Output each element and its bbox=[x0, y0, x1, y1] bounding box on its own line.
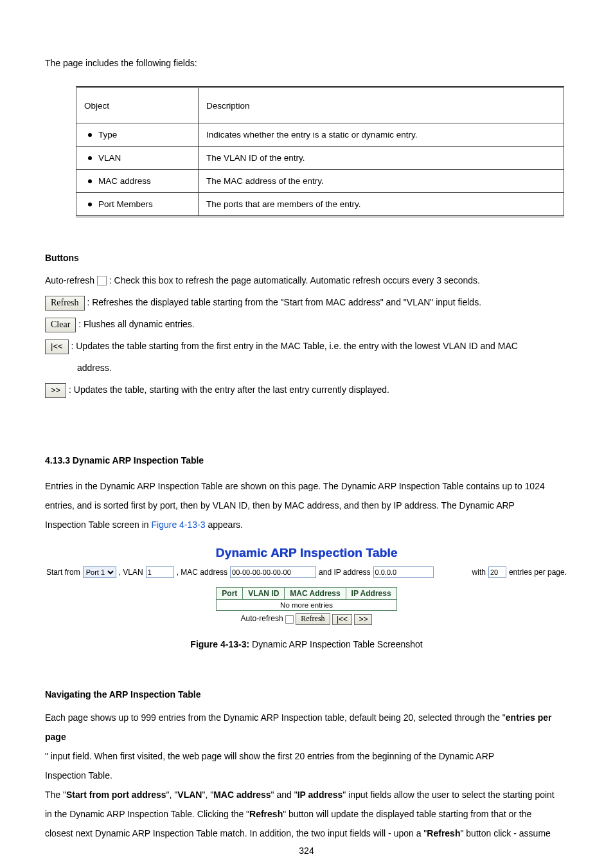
bullet-icon bbox=[88, 203, 92, 206]
th-object: Object bbox=[76, 87, 199, 123]
entries-label: entries per page. bbox=[509, 568, 567, 577]
dyn-intro-line: entries, and is sorted first by port, th… bbox=[45, 496, 568, 515]
no-entries-row: No more entries bbox=[217, 600, 396, 611]
dyn-intro-line: appears. bbox=[208, 520, 242, 530]
start-from-label: Start from bbox=[46, 568, 80, 577]
field-label: MAC address bbox=[98, 176, 151, 186]
field-label: Port Members bbox=[98, 199, 153, 209]
vlan-label: , VLAN bbox=[119, 568, 143, 577]
th-ip: IP Address bbox=[346, 588, 396, 600]
bullet-icon bbox=[88, 133, 92, 137]
screenshot-title: Dynamic ARP Inspection Table bbox=[46, 546, 567, 560]
table-row: VLAN The VLAN ID of the entry. bbox=[76, 147, 564, 170]
figure-caption-prefix: Figure 4-13-3: bbox=[190, 639, 252, 649]
figure-reference-link[interactable]: Figure 4-13-3 bbox=[152, 520, 206, 530]
mini-refresh-button[interactable]: Refresh bbox=[296, 613, 330, 625]
nav-text: Each page shows up to 999 entries from t… bbox=[45, 712, 506, 723]
nav-text: closest next Dynamic ARP Inspection Tabl… bbox=[45, 828, 427, 838]
nav-text: " button click - assume bbox=[460, 828, 550, 838]
field-desc: The MAC address of the entry. bbox=[199, 170, 564, 193]
buttons-heading: Buttons bbox=[45, 253, 568, 263]
field-desc: The ports that are members of the entry. bbox=[199, 193, 564, 217]
mini-next-button[interactable]: >> bbox=[354, 614, 372, 625]
vlan-input[interactable] bbox=[146, 566, 174, 578]
first-desc: : Updates the table starting from the fi… bbox=[71, 341, 517, 351]
dynamic-arp-section: 4.13.3 Dynamic ARP Inspection Table Entr… bbox=[45, 451, 568, 534]
screenshot-controls: Auto-refresh Refresh |<< >> bbox=[46, 613, 567, 625]
mac-input[interactable] bbox=[230, 566, 316, 578]
next-desc: : Updates the table, starting with the e… bbox=[69, 384, 389, 395]
mini-auto-refresh-checkbox[interactable] bbox=[285, 615, 294, 624]
th-mac: MAC Address bbox=[285, 588, 346, 600]
entries-per-page-input[interactable] bbox=[488, 566, 506, 578]
page-number: 324 bbox=[0, 845, 613, 856]
mac-label: , MAC address bbox=[177, 568, 227, 577]
nav-text: ", " bbox=[202, 790, 213, 800]
th-port: Port bbox=[217, 588, 243, 600]
nav-text: " input field. When first visited, the w… bbox=[45, 751, 494, 761]
screenshot-panel: Dynamic ARP Inspection Table Start from … bbox=[46, 546, 567, 649]
next-page-button[interactable]: >> bbox=[45, 383, 66, 398]
table-row: Type Indicates whether the entry is a st… bbox=[76, 123, 564, 147]
arp-table: Port VLAN ID MAC Address IP Address No m… bbox=[216, 587, 396, 611]
auto-refresh-checkbox[interactable] bbox=[97, 276, 107, 285]
auto-refresh-prefix: Auto-refresh bbox=[45, 275, 97, 285]
bullet-icon bbox=[88, 156, 92, 160]
nav-text: ", " bbox=[166, 790, 178, 800]
field-desc: Indicates whether the entry is a static … bbox=[199, 123, 564, 147]
ip-input[interactable] bbox=[373, 566, 434, 578]
section-heading: 4.13.3 Dynamic ARP Inspection Table bbox=[45, 451, 568, 470]
field-label: Type bbox=[98, 130, 117, 140]
nav-bold: Start from port address bbox=[66, 790, 166, 800]
nav-bold: Refresh bbox=[249, 809, 283, 819]
with-label: with bbox=[472, 568, 486, 577]
table-row: MAC address The MAC address of the entry… bbox=[76, 170, 564, 193]
figure-caption-text: Dynamic ARP Inspection Table Screenshot bbox=[252, 639, 423, 649]
refresh-desc: : Refreshes the displayed table starting… bbox=[87, 297, 481, 307]
nav-heading: Navigating the ARP Inspection Table bbox=[45, 685, 568, 704]
bullet-icon bbox=[88, 179, 92, 183]
dyn-intro-line: Entries in the Dynamic ARP Inspection Ta… bbox=[45, 476, 568, 496]
table-header-row: Object Description bbox=[76, 87, 564, 123]
nav-text: " and " bbox=[271, 790, 298, 800]
clear-desc: : Flushes all dynamic entries. bbox=[78, 319, 195, 329]
dyn-intro-line: Inspection Table screen in bbox=[45, 520, 152, 530]
intro-line: The page includes the following fields: bbox=[45, 58, 568, 68]
nav-bold: VLAN bbox=[177, 790, 202, 800]
nav-bold: Refresh bbox=[427, 828, 460, 838]
table-row: Port Members The ports that are members … bbox=[76, 193, 564, 217]
nav-text: Inspection Table. bbox=[45, 766, 568, 785]
th-vlanid: VLAN ID bbox=[243, 588, 285, 600]
fields-table: Object Description Type Indicates whethe… bbox=[76, 86, 564, 217]
nav-text: " button will update the displayed table… bbox=[283, 809, 531, 819]
port-select[interactable]: Port 1 bbox=[83, 566, 116, 578]
mini-first-button[interactable]: |<< bbox=[332, 614, 352, 625]
nav-text: " input fields allow the user to select … bbox=[342, 790, 555, 800]
refresh-button[interactable]: Refresh bbox=[45, 296, 85, 311]
clear-button[interactable]: Clear bbox=[45, 318, 76, 332]
th-desc: Description bbox=[199, 87, 564, 123]
navigating-section: Navigating the ARP Inspection Table Each… bbox=[45, 685, 568, 843]
first-desc-cont: address. bbox=[45, 358, 568, 377]
nav-bold: IP address bbox=[298, 790, 343, 800]
nav-bold: MAC address bbox=[213, 790, 271, 800]
field-label: VLAN bbox=[98, 153, 121, 163]
auto-refresh-text: : Check this box to refresh the page aut… bbox=[109, 275, 480, 285]
nav-text: The " bbox=[45, 790, 66, 800]
ip-label: and IP address bbox=[319, 568, 371, 577]
first-page-button[interactable]: |<< bbox=[45, 339, 69, 354]
screenshot-filter-bar: Start from Port 1 , VLAN , MAC address a… bbox=[46, 566, 567, 578]
buttons-section: Buttons Auto-refresh : Check this box to… bbox=[45, 253, 568, 399]
nav-text: in the Dynamic ARP Inspection Table. Cli… bbox=[45, 809, 249, 819]
mini-auto-refresh-label: Auto-refresh bbox=[241, 614, 283, 623]
field-desc: The VLAN ID of the entry. bbox=[199, 147, 564, 170]
